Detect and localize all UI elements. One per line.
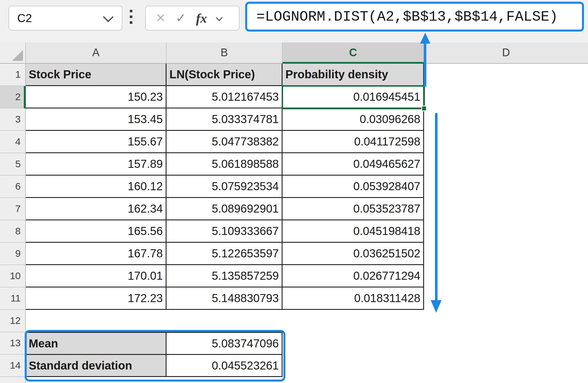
name-box-value: C2 bbox=[9, 12, 105, 25]
row-header-1[interactable]: 1 bbox=[0, 64, 26, 86]
row-header-11[interactable]: 11 bbox=[0, 287, 26, 310]
row-header-5[interactable]: 5 bbox=[0, 153, 26, 176]
cell-b5[interactable]: 5.061898588 bbox=[167, 153, 283, 176]
cell-b1[interactable]: LN(Stock Price) bbox=[167, 64, 283, 86]
cell-a2[interactable]: 150.23 bbox=[26, 86, 167, 108]
cell-b10[interactable]: 5.135857259 bbox=[167, 265, 283, 287]
cell-b8[interactable]: 5.109333667 bbox=[167, 220, 283, 243]
cancel-icon[interactable]: ✕ bbox=[156, 12, 166, 24]
active-row-accent bbox=[24, 86, 26, 108]
enter-icon[interactable]: ✓ bbox=[175, 12, 186, 24]
annotation-arrow-up-head-icon bbox=[420, 33, 430, 44]
cell-b3[interactable]: 5.033374781 bbox=[167, 108, 283, 131]
cell-a4[interactable]: 155.67 bbox=[26, 131, 167, 153]
row-header-10[interactable]: 10 bbox=[0, 265, 26, 287]
row-header-15 bbox=[0, 377, 26, 383]
cell-a7[interactable]: 162.34 bbox=[26, 198, 167, 220]
chevron-down-icon[interactable] bbox=[103, 12, 114, 22]
cell-b7[interactable]: 5.089692901 bbox=[167, 198, 283, 220]
formula-bar-row: C2 ✕ ✓ fx =LOGNORM.DIST(A2,$B$13,$B$14,F… bbox=[0, 0, 588, 42]
cell-c10[interactable]: 0.026771294 bbox=[283, 265, 424, 287]
cell-a8[interactable]: 165.56 bbox=[26, 220, 167, 243]
annotation-arrow-up bbox=[424, 42, 426, 87]
active-column-accent bbox=[283, 62, 424, 64]
cell-b9[interactable]: 5.122653597 bbox=[167, 243, 283, 265]
separator-dots-icon bbox=[130, 10, 132, 24]
cell-a11[interactable]: 172.23 bbox=[26, 287, 167, 310]
cell-a1[interactable]: Stock Price bbox=[26, 64, 167, 86]
cell-a6[interactable]: 160.12 bbox=[26, 176, 167, 198]
insert-function-icon[interactable]: fx bbox=[196, 11, 207, 26]
cell-c11[interactable]: 0.018311428 bbox=[283, 287, 424, 310]
row-header-4[interactable]: 4 bbox=[0, 131, 26, 153]
formula-buttons: ✕ ✓ fx bbox=[145, 6, 239, 30]
column-header-c-selected[interactable]: C bbox=[283, 42, 424, 64]
cell-c7[interactable]: 0.053523787 bbox=[283, 198, 424, 220]
row-header-14[interactable]: 14 bbox=[0, 355, 26, 377]
row-header-3[interactable]: 3 bbox=[0, 108, 26, 131]
cell-c1[interactable]: Probability density bbox=[283, 64, 424, 86]
cell-c4[interactable]: 0.041172598 bbox=[283, 131, 424, 153]
column-header-b[interactable]: B bbox=[167, 42, 283, 64]
formula-bar[interactable]: =LOGNORM.DIST(A2,$B$13,$B$14,FALSE) bbox=[245, 2, 584, 32]
formula-text: =LOGNORM.DIST(A2,$B$13,$B$14,FALSE) bbox=[247, 9, 558, 25]
select-all-button[interactable] bbox=[0, 42, 26, 64]
annotation-arrow-down-head-icon bbox=[431, 300, 442, 313]
row-header-8[interactable]: 8 bbox=[0, 220, 26, 243]
cell-a10[interactable]: 170.01 bbox=[26, 265, 167, 287]
row-header-13[interactable]: 13 bbox=[0, 332, 26, 355]
cell-b4[interactable]: 5.047738382 bbox=[167, 131, 283, 153]
column-header-strip: A B C D bbox=[0, 42, 588, 64]
row-header-7[interactable]: 7 bbox=[0, 198, 26, 220]
cell-b11[interactable]: 5.148830793 bbox=[167, 287, 283, 310]
cell-a5[interactable]: 157.89 bbox=[26, 153, 167, 176]
cell-c9[interactable]: 0.036251502 bbox=[283, 243, 424, 265]
name-box[interactable]: C2 bbox=[9, 6, 122, 30]
row-header-2-selected[interactable]: 2 bbox=[0, 86, 26, 108]
excel-spreadsheet-window: C2 ✕ ✓ fx =LOGNORM.DIST(A2,$B$13,$B$14,F… bbox=[0, 0, 588, 383]
row-header-9[interactable]: 9 bbox=[0, 243, 26, 265]
cell-c3[interactable]: 0.03096268 bbox=[283, 108, 424, 131]
cell-b2[interactable]: 5.012167453 bbox=[167, 86, 283, 108]
select-all-triangle-icon bbox=[12, 50, 23, 61]
cell-c8[interactable]: 0.045198418 bbox=[283, 220, 424, 243]
column-header-d[interactable]: D bbox=[424, 42, 588, 64]
row-header-12[interactable]: 12 bbox=[0, 310, 26, 332]
chevron-down-icon[interactable] bbox=[216, 14, 223, 21]
annotation-highlight-box bbox=[25, 330, 285, 382]
row-header-6[interactable]: 6 bbox=[0, 176, 26, 198]
cell-c5[interactable]: 0.049465627 bbox=[283, 153, 424, 176]
active-cell-selection-border bbox=[282, 85, 425, 109]
cell-c6[interactable]: 0.053928407 bbox=[283, 176, 424, 198]
annotation-arrow-down bbox=[435, 113, 438, 301]
column-header-a[interactable]: A bbox=[26, 42, 167, 64]
cell-a9[interactable]: 167.78 bbox=[26, 243, 167, 265]
row-header-strip: 1 2 3 4 5 6 7 8 9 10 11 12 13 14 bbox=[0, 64, 26, 383]
fill-handle[interactable] bbox=[421, 106, 427, 111]
cell-b6[interactable]: 5.075923534 bbox=[167, 176, 283, 198]
cell-a3[interactable]: 153.45 bbox=[26, 108, 167, 131]
